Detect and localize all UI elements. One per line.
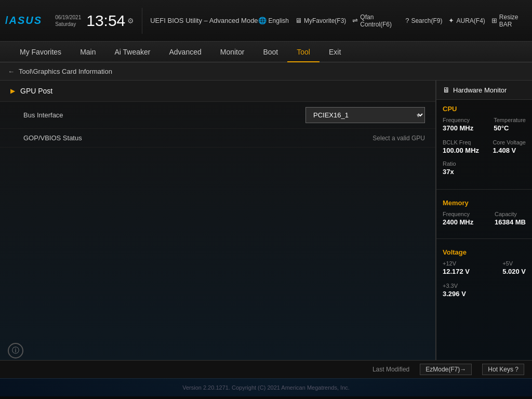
ez-mode-button[interactable]: EzMode(F7)→: [420, 364, 472, 375]
memory-section: Memory Frequency 2400 MHz Capacity 16384…: [436, 194, 532, 234]
qfan-icon: ⇌: [352, 17, 358, 24]
search-label: Search(F9): [411, 17, 442, 24]
cpu-freq-temp-row: Frequency 3700 MHz Temperature 50°C: [443, 117, 526, 132]
voltage-12v-5v-row: +12V 12.172 V +5V 5.020 V: [443, 260, 526, 275]
breadcrumb: ← Tool\Graphics Card Information: [0, 62, 532, 81]
shortcut-qfan[interactable]: ⇌ Qfan Control(F6): [352, 14, 399, 28]
time-display: 13:54: [86, 12, 125, 30]
voltage-section: Voltage +12V 12.172 V +5V 5.020 V +3.3V …: [436, 243, 532, 307]
cpu-temp-block: Temperature 50°C: [494, 117, 526, 132]
info-icon[interactable]: ⓘ: [8, 343, 23, 358]
shortcut-language[interactable]: 🌐 English: [258, 17, 289, 24]
nav-boot[interactable]: Boot: [254, 42, 287, 62]
mem-capacity-value: 16384 MB: [495, 218, 526, 226]
mem-freq-block: Frequency 2400 MHz: [443, 211, 473, 226]
search-icon: ?: [405, 17, 409, 24]
core-voltage-value: 1.408 V: [493, 147, 526, 154]
qfan-label: Qfan Control(F6): [360, 14, 399, 28]
shortcut-search[interactable]: ? Search(F9): [405, 17, 442, 24]
last-modified-label: Last Modified: [373, 366, 409, 373]
logo-section: /ASUS: [5, 15, 42, 26]
shortcut-aura[interactable]: ✦ AURA(F4): [448, 17, 485, 24]
v5-value: 5.020 V: [502, 268, 526, 275]
v33-block: +3.3V 3.296 V: [443, 283, 526, 298]
cpu-section: CPU Frequency 3700 MHz Temperature 50°C …: [436, 100, 532, 185]
cpu-temp-label: Temperature: [494, 117, 526, 123]
cpu-temp-value: 50°C: [494, 124, 526, 132]
cpu-freq-label: Frequency: [443, 117, 473, 123]
bclk-block: BCLK Freq 100.00 MHz: [443, 139, 479, 154]
cpu-section-title: CPU: [443, 105, 526, 113]
mem-freq-label: Frequency: [443, 211, 473, 217]
bus-interface-select[interactable]: PCIEX16_1 PCIEX16_2 PCIEX1_1: [305, 107, 425, 123]
header-divider: [142, 8, 142, 34]
ratio-block: Ratio 37x: [443, 161, 526, 176]
cpu-freq-value: 3700 MHz: [443, 124, 473, 132]
nav-main[interactable]: Main: [71, 42, 105, 62]
hw-monitor-title: 🖥 Hardware Monitor: [436, 81, 532, 100]
hw-monitor-panel: 🖥 Hardware Monitor CPU Frequency 3700 MH…: [436, 81, 532, 360]
hot-keys-button[interactable]: Hot Keys ?: [482, 364, 524, 375]
resizebar-label: Resize BAR: [499, 14, 527, 28]
date-display: 06/19/2021 Saturday: [55, 14, 81, 28]
ratio-value: 37x: [443, 168, 526, 176]
settings-icon[interactable]: ⚙: [127, 17, 134, 25]
info-section: ⓘ: [8, 343, 23, 358]
version-bar: Version 2.20.1271. Copyright (C) 2021 Am…: [0, 378, 532, 396]
gpu-post-section-header[interactable]: ▶ GPU Post: [0, 81, 435, 102]
bus-interface-label: Bus Interface: [23, 111, 305, 119]
bios-title: UEFI BIOS Utility – Advanced Mode: [150, 17, 258, 24]
nav-my-favorites[interactable]: My Favorites: [10, 42, 71, 62]
breadcrumb-text: Tool\Graphics Card Information: [19, 68, 112, 75]
nav-ai-tweaker[interactable]: Ai Tweaker: [105, 42, 159, 62]
ratio-label: Ratio: [443, 161, 526, 167]
memory-section-title: Memory: [443, 199, 526, 207]
content-panel: ▶ GPU Post Bus Interface PCIEX16_1 PCIEX…: [0, 81, 436, 360]
aura-label: AURA(F4): [456, 17, 485, 24]
footer: Last Modified EzMode(F7)→ Hot Keys ?: [0, 360, 532, 378]
v33-label: +3.3V: [443, 283, 526, 289]
aura-icon: ✦: [448, 17, 454, 24]
bus-interface-dropdown-wrapper: PCIEX16_1 PCIEX16_2 PCIEX1_1: [305, 107, 425, 123]
header: /ASUS 06/19/2021 Saturday 13:54 ⚙ UEFI B…: [0, 0, 532, 42]
voltage-section-title: Voltage: [443, 248, 526, 256]
nav-monitor[interactable]: Monitor: [211, 42, 254, 62]
cpu-freq-block: Frequency 3700 MHz: [443, 117, 473, 132]
expand-icon: ▶: [10, 87, 15, 95]
myfavorite-label: MyFavorite(F3): [304, 17, 346, 24]
nav-advanced[interactable]: Advanced: [159, 42, 210, 62]
hw-monitor-title-text: Hardware Monitor: [453, 86, 507, 94]
bclk-value: 100.00 MHz: [443, 147, 479, 154]
gop-vbios-row: GOP/VBIOS Status Select a valid GPU: [0, 129, 435, 148]
gop-vbios-label: GOP/VBIOS Status: [23, 134, 373, 142]
bclk-row: BCLK Freq 100.00 MHz Core Voltage 1.408 …: [443, 139, 526, 154]
nav-exit[interactable]: Exit: [320, 42, 350, 62]
asus-logo: /ASUS: [5, 15, 42, 26]
myfavorite-icon: 🖥: [295, 17, 302, 24]
nav-bar: My Favorites Main Ai Tweaker Advanced Mo…: [0, 42, 532, 62]
shortcuts-bar: 🌐 English 🖥 MyFavorite(F3) ⇌ Qfan Contro…: [258, 14, 527, 28]
section-title: GPU Post: [20, 87, 52, 95]
breadcrumb-back-icon[interactable]: ←: [8, 68, 15, 75]
resizebar-icon: ⊞: [491, 17, 497, 24]
memory-voltage-divider: [436, 238, 532, 239]
cpu-memory-divider: [436, 189, 532, 190]
main-layout: ▶ GPU Post Bus Interface PCIEX16_1 PCIEX…: [0, 81, 532, 360]
v33-value: 3.296 V: [443, 290, 526, 298]
monitor-icon: 🖥: [443, 86, 450, 94]
version-text: Version 2.20.1271. Copyright (C) 2021 Am…: [182, 384, 350, 391]
v5-block: +5V 5.020 V: [502, 260, 526, 275]
memory-freq-capacity-row: Frequency 2400 MHz Capacity 16384 MB: [443, 211, 526, 226]
shortcut-myfavorite[interactable]: 🖥 MyFavorite(F3): [295, 17, 346, 24]
language-icon: 🌐: [258, 17, 267, 24]
gop-vbios-value: Select a valid GPU: [373, 135, 425, 142]
core-voltage-label: Core Voltage: [493, 139, 526, 145]
mem-capacity-block: Capacity 16384 MB: [495, 211, 526, 226]
core-voltage-block: Core Voltage 1.408 V: [493, 139, 526, 154]
v12-label: +12V: [443, 260, 470, 267]
language-label: English: [269, 17, 289, 24]
shortcut-resizebar[interactable]: ⊞ Resize BAR: [491, 14, 527, 28]
nav-tool[interactable]: Tool: [287, 42, 320, 62]
bus-interface-row: Bus Interface PCIEX16_1 PCIEX16_2 PCIEX1…: [0, 102, 435, 129]
mem-capacity-label: Capacity: [495, 211, 526, 217]
